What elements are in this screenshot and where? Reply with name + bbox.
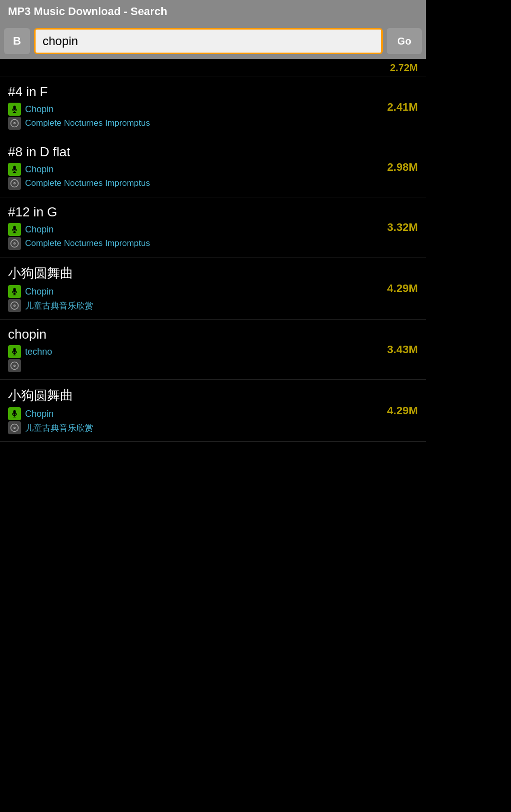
song-size: 3.43M bbox=[378, 343, 418, 356]
disc-icon bbox=[8, 117, 21, 130]
song-title: #8 in D flat bbox=[8, 144, 378, 160]
album-name: Complete Nocturnes Impromptus bbox=[25, 178, 150, 188]
svg-point-14 bbox=[14, 365, 15, 366]
song-list: #4 in F Chopin Complete Nocturnes Improm… bbox=[0, 77, 426, 442]
search-input[interactable] bbox=[34, 28, 383, 54]
artist-row: Chopin bbox=[8, 407, 378, 420]
song-row[interactable]: 小狗圆舞曲 Chopin 儿童古典音乐欣赏 4.29M bbox=[0, 380, 426, 442]
artist-name: techno bbox=[25, 347, 52, 357]
partial-result-size: 2.72M bbox=[390, 62, 418, 74]
song-info: 小狗圆舞曲 Chopin 儿童古典音乐欣赏 bbox=[8, 387, 378, 434]
artist-name: Chopin bbox=[25, 224, 54, 235]
album-name: 儿童古典音乐欣赏 bbox=[25, 422, 93, 434]
artist-row: Chopin bbox=[8, 285, 378, 298]
svg-point-2 bbox=[14, 123, 15, 124]
song-row[interactable]: #8 in D flat Chopin Complete Nocturnes I… bbox=[0, 137, 426, 197]
mic-icon bbox=[8, 285, 21, 298]
disc-icon bbox=[8, 237, 21, 250]
song-title: #4 in F bbox=[8, 84, 378, 100]
svg-point-8 bbox=[14, 243, 15, 244]
song-title: 小狗圆舞曲 bbox=[8, 387, 378, 404]
svg-point-5 bbox=[14, 183, 15, 184]
app-title: MP3 Music Download - Search bbox=[8, 5, 167, 18]
artist-row: Chopin bbox=[8, 103, 378, 116]
album-name: 儿童古典音乐欣赏 bbox=[25, 300, 93, 312]
svg-point-11 bbox=[14, 305, 15, 306]
song-meta: Chopin Complete Nocturnes Impromptus bbox=[8, 103, 378, 130]
song-row[interactable]: #4 in F Chopin Complete Nocturnes Improm… bbox=[0, 77, 426, 137]
artist-name: Chopin bbox=[25, 164, 54, 175]
song-title: chopin bbox=[8, 327, 378, 342]
artist-row: Chopin bbox=[8, 223, 378, 236]
mic-icon bbox=[8, 407, 21, 420]
svg-point-17 bbox=[14, 427, 15, 428]
album-row bbox=[8, 359, 378, 372]
disc-icon bbox=[8, 421, 21, 434]
album-row: Complete Nocturnes Impromptus bbox=[8, 237, 378, 250]
album-name: Complete Nocturnes Impromptus bbox=[25, 238, 150, 248]
title-bar: MP3 Music Download - Search bbox=[0, 0, 426, 23]
song-info: 小狗圆舞曲 Chopin 儿童古典音乐欣赏 bbox=[8, 264, 378, 312]
song-meta: Chopin Complete Nocturnes Impromptus bbox=[8, 223, 378, 250]
song-meta: Chopin 儿童古典音乐欣赏 bbox=[8, 285, 378, 312]
artist-row: Chopin bbox=[8, 163, 378, 176]
mic-icon bbox=[8, 223, 21, 236]
song-info: chopin techno bbox=[8, 327, 378, 372]
song-info: #8 in D flat Chopin Complete Nocturnes I… bbox=[8, 144, 378, 190]
song-meta: techno bbox=[8, 345, 378, 372]
album-name: Complete Nocturnes Impromptus bbox=[25, 118, 150, 128]
partial-result-row: 2.72M bbox=[0, 59, 426, 77]
song-meta: Chopin 儿童古典音乐欣赏 bbox=[8, 407, 378, 434]
artist-row: techno bbox=[8, 345, 378, 358]
disc-icon bbox=[8, 177, 21, 190]
album-row: 儿童古典音乐欣赏 bbox=[8, 299, 378, 312]
album-row: 儿童古典音乐欣赏 bbox=[8, 421, 378, 434]
song-row[interactable]: 小狗圆舞曲 Chopin 儿童古典音乐欣赏 4.29M bbox=[0, 257, 426, 320]
song-size: 2.41M bbox=[378, 101, 418, 114]
song-size: 4.29M bbox=[378, 404, 418, 417]
song-row[interactable]: chopin techno 3.43M bbox=[0, 320, 426, 380]
go-button[interactable]: Go bbox=[387, 28, 422, 54]
album-row: Complete Nocturnes Impromptus bbox=[8, 117, 378, 130]
mic-icon bbox=[8, 345, 21, 358]
mic-icon bbox=[8, 103, 21, 116]
disc-icon bbox=[8, 299, 21, 312]
artist-name: Chopin bbox=[25, 409, 54, 419]
disc-icon bbox=[8, 359, 21, 372]
album-row: Complete Nocturnes Impromptus bbox=[8, 177, 378, 190]
artist-name: Chopin bbox=[25, 104, 54, 115]
back-button[interactable]: B bbox=[4, 28, 30, 54]
song-title: 小狗圆舞曲 bbox=[8, 264, 378, 282]
song-size: 2.98M bbox=[378, 161, 418, 174]
song-info: #4 in F Chopin Complete Nocturnes Improm… bbox=[8, 84, 378, 130]
mic-icon bbox=[8, 163, 21, 176]
artist-name: Chopin bbox=[25, 287, 54, 297]
song-info: #12 in G Chopin Complete Nocturnes Impro… bbox=[8, 204, 378, 250]
search-bar: B Go bbox=[0, 23, 426, 59]
song-row[interactable]: #12 in G Chopin Complete Nocturnes Impro… bbox=[0, 197, 426, 257]
song-title: #12 in G bbox=[8, 204, 378, 220]
song-size: 3.32M bbox=[378, 221, 418, 234]
song-meta: Chopin Complete Nocturnes Impromptus bbox=[8, 163, 378, 190]
song-size: 4.29M bbox=[378, 282, 418, 295]
